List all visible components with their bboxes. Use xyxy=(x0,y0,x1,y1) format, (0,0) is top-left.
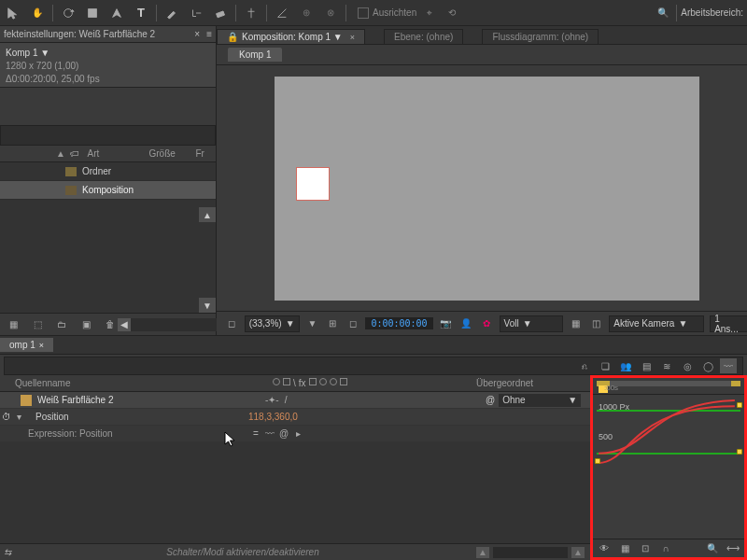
snapping-toggle[interactable]: Ausrichten ⌖ ⟲ xyxy=(358,4,461,22)
workspace-switcher[interactable]: 🔍 Arbeitsbereich: xyxy=(654,4,743,22)
show-props-icon[interactable]: 👁 xyxy=(597,541,612,556)
position-property-row[interactable]: ⏱ ▾ Position 118,3,360,0 xyxy=(0,409,590,426)
comp-viewer-tab[interactable]: 🔒 Komposition: Komp 1 ▼ × xyxy=(217,29,365,44)
effect-controls-tab[interactable]: fekteinstellungen: Weiß Farbfläche 2 × ≡ xyxy=(0,26,216,43)
frame-blend-icon[interactable]: ▤ xyxy=(638,358,655,373)
snap-icon[interactable]: ∩ xyxy=(658,541,673,556)
fit-icon[interactable]: 🔍 xyxy=(705,541,720,556)
composition-canvas[interactable] xyxy=(275,77,699,301)
footer-text[interactable]: Schalter/Modi aktivieren/deaktivieren xyxy=(166,547,318,557)
switch-icon[interactable] xyxy=(273,378,280,385)
grid-icon[interactable]: ⊞ xyxy=(325,316,340,331)
resolution-dropdown[interactable]: Voll▼ xyxy=(500,315,564,332)
switch-icon[interactable] xyxy=(340,378,347,385)
expression-enable-icon[interactable]: = xyxy=(250,428,261,440)
zoom-in-button[interactable]: ▲ xyxy=(571,547,585,558)
world-axis-icon[interactable]: ⊕ xyxy=(297,4,316,22)
snapping-checkbox[interactable] xyxy=(358,7,369,19)
white-solid-layer[interactable] xyxy=(297,168,329,200)
show-channel-icon[interactable]: 👤 xyxy=(458,316,473,331)
scroll-down-button[interactable]: ▼ xyxy=(199,298,216,313)
expression-pickwhip-icon[interactable]: @ xyxy=(278,428,289,440)
twirl-icon[interactable]: ▾ xyxy=(17,412,24,422)
project-search[interactable] xyxy=(0,125,216,146)
new-folder-icon[interactable]: 🗀 xyxy=(54,317,69,332)
color-management-icon[interactable]: ✿ xyxy=(479,316,494,331)
graph-options-icon[interactable]: ▦ xyxy=(617,541,632,556)
scroll-left-button[interactable]: ◀ xyxy=(118,318,131,331)
resolution-half-icon[interactable]: ▼ xyxy=(305,316,320,331)
always-preview-icon[interactable]: ◻ xyxy=(224,316,239,331)
project-item-folder[interactable]: Ordner xyxy=(0,162,216,181)
toggle-switches-icon[interactable]: ⇆ xyxy=(0,545,15,560)
snap-options-icon[interactable]: ⌖ xyxy=(420,4,439,22)
auto-keyframe-icon[interactable]: ◯ xyxy=(699,358,716,373)
switch-icon[interactable] xyxy=(283,378,290,385)
shape-tool-icon[interactable] xyxy=(83,4,102,22)
fr-column[interactable]: Fr xyxy=(191,148,207,159)
rotate-tool-icon[interactable] xyxy=(59,4,78,22)
source-name-column[interactable]: Quellenname xyxy=(0,378,261,388)
show-transform-box-icon[interactable]: ⊡ xyxy=(638,541,653,556)
text-tool-icon[interactable]: T xyxy=(132,4,150,22)
draft3d-icon[interactable]: ❏ xyxy=(597,358,613,373)
tab-close-icon[interactable]: × xyxy=(39,341,44,350)
layer-name[interactable]: Weiß Farbfläche 2 xyxy=(32,395,256,405)
zoom-slider[interactable] xyxy=(493,547,568,558)
timecode-display[interactable]: 0:00:00:00 xyxy=(365,317,432,329)
comp-title[interactable]: Komp 1 ▼ xyxy=(6,47,210,60)
snapshot-icon[interactable]: 📷 xyxy=(439,316,454,331)
mask-toggle-icon[interactable]: ◻ xyxy=(345,316,360,331)
selection-tool-icon[interactable] xyxy=(4,4,22,22)
graph-plot-area[interactable]: 1000 Px 500 xyxy=(593,395,744,539)
eraser-tool-icon[interactable] xyxy=(211,4,230,22)
expression-language-icon[interactable]: ▸ xyxy=(292,428,303,440)
comp-breadcrumb-item[interactable]: Komp 1 xyxy=(228,48,282,62)
shy-icon[interactable]: 👥 xyxy=(617,358,634,373)
graph-time-ruler[interactable]: :00s xyxy=(593,378,744,395)
expression-row[interactable]: Expression: Position = 〰 @ ▸ xyxy=(0,426,590,442)
size-column[interactable]: Größe xyxy=(145,148,191,159)
brainstorm-icon[interactable]: ◎ xyxy=(679,358,696,373)
zoom-dropdown[interactable]: (33,3%)▼ xyxy=(245,315,300,332)
view-axis-icon[interactable]: ⊗ xyxy=(321,4,340,22)
motion-blur-icon[interactable]: ≋ xyxy=(658,358,675,373)
tag-column-icon[interactable]: ▲ 🏷 xyxy=(52,148,83,159)
comp-mini-flowchart-icon[interactable]: ⎌ xyxy=(576,358,593,373)
expression-graph-icon[interactable]: 〰 xyxy=(264,428,275,440)
switch-icon[interactable] xyxy=(319,378,327,385)
switch-icon[interactable] xyxy=(330,378,337,385)
color-depth-icon[interactable]: ⬚ xyxy=(30,317,45,332)
layer-color-swatch[interactable] xyxy=(21,395,32,406)
hand-tool-icon[interactable]: ✋ xyxy=(28,4,47,22)
region-of-interest-icon[interactable]: ◫ xyxy=(589,316,604,331)
new-comp-icon[interactable]: ▣ xyxy=(78,317,93,332)
panel-close-icon[interactable]: × xyxy=(191,29,203,39)
graph-editor-icon[interactable]: 〰 xyxy=(720,358,737,373)
type-column[interactable]: Art xyxy=(83,148,145,159)
position-value[interactable]: 118,3,360,0 xyxy=(248,412,298,422)
pickwhip-icon[interactable]: @ xyxy=(486,395,495,405)
snap-options2-icon[interactable]: ⟲ xyxy=(443,4,461,22)
search-help-icon[interactable]: 🔍 xyxy=(654,4,672,22)
fit-all-icon[interactable]: ⟷ xyxy=(726,541,740,556)
delete-icon[interactable]: 🗑 xyxy=(103,317,118,332)
keyframe-end[interactable] xyxy=(737,449,742,455)
transparency-grid-icon[interactable]: ▦ xyxy=(569,316,584,331)
keyframe-start[interactable] xyxy=(595,458,600,464)
tab-close-icon[interactable]: × xyxy=(350,33,355,42)
project-hscroll[interactable]: ◀ ▶ xyxy=(118,318,230,331)
panel-menu-icon[interactable]: ≡ xyxy=(206,29,212,39)
stopwatch-icon[interactable]: ⏱ xyxy=(2,412,11,422)
composition-viewport[interactable] xyxy=(217,65,747,311)
puppet-tool-icon[interactable] xyxy=(242,4,261,22)
pen-tool-icon[interactable] xyxy=(107,4,126,22)
timeline-tab[interactable]: omp 1 × xyxy=(0,338,53,352)
parent-dropdown[interactable]: Ohne▼ xyxy=(499,394,581,407)
project-item-composition[interactable]: Komposition xyxy=(0,181,216,200)
scroll-up-button[interactable]: ▲ xyxy=(199,207,216,222)
views-dropdown[interactable]: 1 Ans... xyxy=(710,315,747,332)
layer-viewer-tab[interactable]: Ebene: (ohne) xyxy=(384,29,463,44)
interpret-footage-icon[interactable]: ▦ xyxy=(6,317,21,332)
zoom-out-button[interactable]: ▲ xyxy=(476,547,489,558)
